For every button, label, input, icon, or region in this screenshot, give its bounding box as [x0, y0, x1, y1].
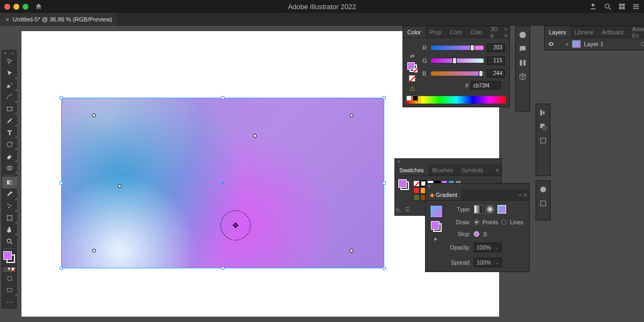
- hand-tool[interactable]: [2, 224, 17, 236]
- fill-stroke-swatch[interactable]: [2, 250, 16, 266]
- draw-points-radio[interactable]: [474, 219, 479, 225]
- align-icon[interactable]: [539, 108, 547, 117]
- workspace-menu-icon[interactable]: [632, 3, 640, 10]
- selection-tool[interactable]: [2, 56, 17, 68]
- maximize-window-button[interactable]: [23, 4, 28, 10]
- fill-stroke-indicator[interactable]: [407, 62, 417, 72]
- tab-brushes[interactable]: Brushes: [428, 164, 458, 175]
- rotate-tool[interactable]: [2, 138, 17, 150]
- type-linear[interactable]: [474, 205, 482, 214]
- libraries-icon[interactable]: [518, 58, 527, 67]
- target-icon[interactable]: [641, 42, 644, 46]
- r-slider[interactable]: [431, 46, 484, 50]
- selection-handle[interactable]: [383, 96, 386, 99]
- toolbox-dragbar[interactable]: ×‹‹: [2, 50, 16, 56]
- tab-symbols[interactable]: Symbols: [457, 164, 487, 175]
- expand-arrow-icon[interactable]: ▸: [566, 41, 569, 47]
- tab-libraries[interactable]: Librarie: [570, 26, 598, 38]
- close-window-button[interactable]: [4, 4, 10, 10]
- edit-gradient-icon[interactable]: [433, 235, 440, 241]
- type-freeform[interactable]: [497, 205, 506, 214]
- mesh-point[interactable]: [350, 113, 354, 117]
- edit-toolbar[interactable]: ⋯: [2, 296, 17, 308]
- selection-handle[interactable]: [60, 181, 63, 185]
- minimize-window-button[interactable]: [13, 4, 19, 10]
- out-of-gamut-icon[interactable]: ⚠: [409, 85, 415, 92]
- draw-lines-radio[interactable]: [501, 219, 507, 225]
- selection-handle[interactable]: [60, 267, 63, 270]
- selection-handle[interactable]: [221, 96, 224, 99]
- tab-asset-export[interactable]: Asset Ex: [628, 26, 644, 38]
- 3d-icon[interactable]: [518, 72, 527, 81]
- tab-color[interactable]: Color: [403, 26, 425, 38]
- artboard[interactable]: ✥: [62, 98, 384, 268]
- properties-icon[interactable]: [518, 31, 527, 39]
- layer-name[interactable]: Layer 1: [584, 41, 604, 47]
- stop-color-swatch[interactable]: [474, 231, 479, 237]
- panel-menu-icon[interactable]: ›› ≡: [516, 192, 529, 198]
- swatch-fill-stroke[interactable]: [398, 179, 409, 190]
- tab-layers[interactable]: Layers: [545, 26, 570, 38]
- arrange-icon[interactable]: [618, 3, 626, 10]
- close-tab-icon[interactable]: ×: [5, 16, 10, 24]
- g-slider[interactable]: [431, 58, 484, 63]
- gradient-preview[interactable]: [430, 205, 443, 218]
- b-value[interactable]: 244: [487, 69, 505, 78]
- color-none-icon[interactable]: [409, 75, 415, 82]
- cloud-user-icon[interactable]: [589, 2, 597, 11]
- r-value[interactable]: 203: [487, 43, 505, 52]
- graphic-styles-icon[interactable]: [539, 199, 547, 208]
- swatch-none[interactable]: [413, 180, 420, 187]
- mesh-point[interactable]: [92, 249, 96, 253]
- tab-3d[interactable]: 3D a: [486, 26, 502, 38]
- layer-row[interactable]: ▸ Layer 1: [545, 38, 644, 50]
- eyedropper-tool[interactable]: [2, 188, 17, 200]
- rectangle-tool[interactable]: [2, 103, 17, 115]
- screen-mode[interactable]: [2, 284, 17, 296]
- document-tab[interactable]: × Untitled-5* @ 36.86 % (RGB/Preview): [0, 13, 118, 26]
- type-radial[interactable]: [486, 205, 494, 214]
- g-value[interactable]: 115: [487, 56, 505, 65]
- search-icon[interactable]: [604, 3, 612, 11]
- appearance-icon[interactable]: [539, 185, 547, 194]
- comments-icon[interactable]: [518, 45, 527, 53]
- panel-collapse-icon[interactable]: ›› ≡: [502, 26, 510, 39]
- close-panel-icon[interactable]: ×: [397, 159, 400, 165]
- selection-handle[interactable]: [221, 267, 224, 270]
- gradient-fill-stroke[interactable]: [431, 221, 442, 232]
- curvature-tool[interactable]: [2, 91, 17, 103]
- symbol-sprayer-tool[interactable]: [2, 200, 17, 212]
- type-tool[interactable]: [2, 127, 17, 138]
- swap-fill-stroke-icon[interactable]: ⇄: [410, 53, 414, 59]
- tab-comments[interactable]: Com: [445, 26, 466, 38]
- mesh-point[interactable]: [253, 134, 257, 137]
- draw-mode-normal[interactable]: [2, 273, 17, 284]
- tab-gradient[interactable]: ◆Gradient: [426, 189, 462, 200]
- visibility-toggle-icon[interactable]: [548, 41, 554, 47]
- white-swatch[interactable]: [406, 96, 412, 101]
- eraser-tool[interactable]: [2, 150, 17, 162]
- home-icon[interactable]: [35, 3, 42, 10]
- zoom-tool[interactable]: [2, 236, 17, 247]
- selection-handle[interactable]: [60, 96, 63, 99]
- panel-menu-icon[interactable]: ≡: [494, 167, 501, 173]
- close-panel-icon[interactable]: ×: [428, 184, 431, 189]
- pathfinder-icon[interactable]: [539, 122, 547, 131]
- delete-stop-icon[interactable]: 🗑: [482, 231, 488, 237]
- tab-swatches[interactable]: Swatches: [395, 164, 428, 175]
- swatch-libraries-icon[interactable]: ⎘.: [396, 207, 401, 213]
- selection-handle[interactable]: [383, 181, 386, 185]
- swatch[interactable]: [413, 187, 420, 194]
- tab-artboards[interactable]: Artboard: [598, 26, 628, 38]
- tab-properties[interactable]: Prop: [425, 26, 445, 38]
- swatch[interactable]: [413, 194, 420, 201]
- direct-selection-tool[interactable]: [2, 68, 17, 79]
- mesh-point[interactable]: [350, 249, 354, 253]
- paintbrush-tool[interactable]: [2, 115, 17, 127]
- swatch-show-menu-icon[interactable]: ☰: [405, 206, 410, 213]
- selection-handle[interactable]: [383, 267, 386, 270]
- opacity-dropdown[interactable]: 100%⌄: [474, 243, 502, 252]
- hex-input[interactable]: [471, 81, 501, 90]
- mesh-point[interactable]: [92, 113, 96, 117]
- transform-icon[interactable]: [539, 136, 547, 145]
